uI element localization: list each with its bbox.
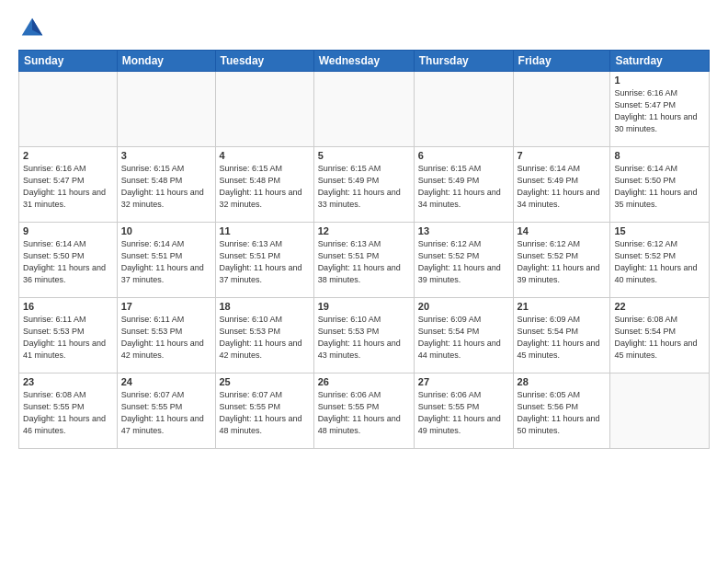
day-info: Sunrise: 6:10 AM Sunset: 5:53 PM Dayligh…: [318, 314, 410, 362]
calendar-cell: 4Sunrise: 6:15 AM Sunset: 5:48 PM Daylig…: [215, 147, 313, 223]
day-info: Sunrise: 6:12 AM Sunset: 5:52 PM Dayligh…: [418, 238, 509, 286]
day-info: Sunrise: 6:14 AM Sunset: 5:49 PM Dayligh…: [518, 163, 607, 211]
col-header-tuesday: Tuesday: [215, 51, 313, 72]
day-number: 13: [418, 225, 509, 236]
day-number: 7: [518, 150, 607, 161]
day-info: Sunrise: 6:06 AM Sunset: 5:55 PM Dayligh…: [418, 389, 509, 437]
calendar-cell: 3Sunrise: 6:15 AM Sunset: 5:48 PM Daylig…: [117, 147, 215, 223]
day-number: 8: [614, 150, 705, 161]
calendar-cell: [414, 72, 513, 147]
day-info: Sunrise: 6:14 AM Sunset: 5:50 PM Dayligh…: [23, 238, 113, 286]
col-header-monday: Monday: [117, 51, 215, 72]
day-info: Sunrise: 6:07 AM Sunset: 5:55 PM Dayligh…: [220, 389, 310, 437]
day-info: Sunrise: 6:16 AM Sunset: 5:47 PM Dayligh…: [614, 87, 705, 135]
calendar-week-0: 1Sunrise: 6:16 AM Sunset: 5:47 PM Daylig…: [19, 72, 710, 147]
day-number: 4: [220, 150, 310, 161]
col-header-thursday: Thursday: [414, 51, 513, 72]
calendar-cell: 20Sunrise: 6:09 AM Sunset: 5:54 PM Dayli…: [414, 298, 513, 373]
day-info: Sunrise: 6:08 AM Sunset: 5:55 PM Dayligh…: [23, 389, 113, 437]
day-info: Sunrise: 6:11 AM Sunset: 5:53 PM Dayligh…: [121, 314, 211, 362]
calendar-cell: 14Sunrise: 6:12 AM Sunset: 5:52 PM Dayli…: [513, 223, 610, 298]
day-info: Sunrise: 6:11 AM Sunset: 5:53 PM Dayligh…: [23, 314, 113, 362]
calendar-week-1: 2Sunrise: 6:16 AM Sunset: 5:47 PM Daylig…: [19, 147, 710, 223]
calendar-cell: 24Sunrise: 6:07 AM Sunset: 5:55 PM Dayli…: [117, 373, 215, 449]
col-header-wednesday: Wednesday: [313, 51, 414, 72]
day-info: Sunrise: 6:13 AM Sunset: 5:51 PM Dayligh…: [318, 238, 410, 286]
calendar: SundayMondayTuesdayWednesdayThursdayFrid…: [18, 50, 710, 449]
calendar-cell: 6Sunrise: 6:15 AM Sunset: 5:49 PM Daylig…: [414, 147, 513, 223]
calendar-cell: [19, 72, 118, 147]
day-info: Sunrise: 6:15 AM Sunset: 5:49 PM Dayligh…: [418, 163, 509, 211]
day-number: 22: [614, 301, 705, 312]
day-number: 1: [614, 75, 705, 86]
day-info: Sunrise: 6:05 AM Sunset: 5:56 PM Dayligh…: [518, 389, 607, 437]
calendar-cell: 25Sunrise: 6:07 AM Sunset: 5:55 PM Dayli…: [215, 373, 313, 449]
day-number: 2: [23, 150, 113, 161]
day-info: Sunrise: 6:09 AM Sunset: 5:54 PM Dayligh…: [418, 314, 509, 362]
col-header-saturday: Saturday: [610, 51, 710, 72]
day-info: Sunrise: 6:16 AM Sunset: 5:47 PM Dayligh…: [23, 163, 113, 211]
calendar-cell: [313, 72, 414, 147]
calendar-cell: 27Sunrise: 6:06 AM Sunset: 5:55 PM Dayli…: [414, 373, 513, 449]
day-number: 6: [418, 150, 509, 161]
day-number: 23: [23, 376, 113, 387]
calendar-cell: 9Sunrise: 6:14 AM Sunset: 5:50 PM Daylig…: [19, 223, 118, 298]
calendar-cell: 16Sunrise: 6:11 AM Sunset: 5:53 PM Dayli…: [19, 298, 118, 373]
day-info: Sunrise: 6:15 AM Sunset: 5:48 PM Dayligh…: [121, 163, 211, 211]
page: SundayMondayTuesdayWednesdayThursdayFrid…: [0, 0, 728, 563]
calendar-week-3: 16Sunrise: 6:11 AM Sunset: 5:53 PM Dayli…: [19, 298, 710, 373]
calendar-cell: 21Sunrise: 6:09 AM Sunset: 5:54 PM Dayli…: [513, 298, 610, 373]
calendar-header-row: SundayMondayTuesdayWednesdayThursdayFrid…: [19, 51, 710, 72]
calendar-cell: [513, 72, 610, 147]
day-number: 21: [518, 301, 607, 312]
day-info: Sunrise: 6:15 AM Sunset: 5:48 PM Dayligh…: [220, 163, 310, 211]
day-info: Sunrise: 6:13 AM Sunset: 5:51 PM Dayligh…: [220, 238, 310, 286]
day-info: Sunrise: 6:06 AM Sunset: 5:55 PM Dayligh…: [318, 389, 410, 437]
calendar-cell: 13Sunrise: 6:12 AM Sunset: 5:52 PM Dayli…: [414, 223, 513, 298]
day-number: 15: [614, 225, 705, 236]
day-number: 10: [121, 225, 211, 236]
calendar-cell: [117, 72, 215, 147]
col-header-sunday: Sunday: [19, 51, 118, 72]
day-info: Sunrise: 6:08 AM Sunset: 5:54 PM Dayligh…: [614, 314, 705, 362]
day-info: Sunrise: 6:07 AM Sunset: 5:55 PM Dayligh…: [121, 389, 211, 437]
calendar-cell: 1Sunrise: 6:16 AM Sunset: 5:47 PM Daylig…: [610, 72, 710, 147]
day-info: Sunrise: 6:10 AM Sunset: 5:53 PM Dayligh…: [220, 314, 310, 362]
day-number: 19: [318, 301, 410, 312]
day-number: 28: [518, 376, 607, 387]
calendar-cell: 7Sunrise: 6:14 AM Sunset: 5:49 PM Daylig…: [513, 147, 610, 223]
calendar-cell: 28Sunrise: 6:05 AM Sunset: 5:56 PM Dayli…: [513, 373, 610, 449]
calendar-week-4: 23Sunrise: 6:08 AM Sunset: 5:55 PM Dayli…: [19, 373, 710, 449]
calendar-cell: [610, 373, 710, 449]
day-number: 20: [418, 301, 509, 312]
calendar-cell: 15Sunrise: 6:12 AM Sunset: 5:52 PM Dayli…: [610, 223, 710, 298]
day-info: Sunrise: 6:12 AM Sunset: 5:52 PM Dayligh…: [518, 238, 607, 286]
day-info: Sunrise: 6:12 AM Sunset: 5:52 PM Dayligh…: [614, 238, 705, 286]
calendar-cell: 10Sunrise: 6:14 AM Sunset: 5:51 PM Dayli…: [117, 223, 215, 298]
calendar-cell: 2Sunrise: 6:16 AM Sunset: 5:47 PM Daylig…: [19, 147, 118, 223]
day-number: 17: [121, 301, 211, 312]
logo: [18, 15, 50, 42]
day-info: Sunrise: 6:14 AM Sunset: 5:51 PM Dayligh…: [121, 238, 211, 286]
calendar-cell: 11Sunrise: 6:13 AM Sunset: 5:51 PM Dayli…: [215, 223, 313, 298]
day-number: 16: [23, 301, 113, 312]
day-number: 24: [121, 376, 211, 387]
day-number: 11: [220, 225, 310, 236]
day-number: 18: [220, 301, 310, 312]
day-number: 5: [318, 150, 410, 161]
calendar-cell: 19Sunrise: 6:10 AM Sunset: 5:53 PM Dayli…: [313, 298, 414, 373]
calendar-week-2: 9Sunrise: 6:14 AM Sunset: 5:50 PM Daylig…: [19, 223, 710, 298]
calendar-cell: 8Sunrise: 6:14 AM Sunset: 5:50 PM Daylig…: [610, 147, 710, 223]
day-number: 9: [23, 225, 113, 236]
day-info: Sunrise: 6:14 AM Sunset: 5:50 PM Dayligh…: [614, 163, 705, 211]
day-number: 27: [418, 376, 509, 387]
calendar-cell: 23Sunrise: 6:08 AM Sunset: 5:55 PM Dayli…: [19, 373, 118, 449]
day-number: 25: [220, 376, 310, 387]
calendar-cell: 17Sunrise: 6:11 AM Sunset: 5:53 PM Dayli…: [117, 298, 215, 373]
day-info: Sunrise: 6:15 AM Sunset: 5:49 PM Dayligh…: [318, 163, 410, 211]
calendar-cell: [215, 72, 313, 147]
calendar-cell: 26Sunrise: 6:06 AM Sunset: 5:55 PM Dayli…: [313, 373, 414, 449]
col-header-friday: Friday: [513, 51, 610, 72]
day-number: 26: [318, 376, 410, 387]
logo-icon: [18, 15, 46, 42]
